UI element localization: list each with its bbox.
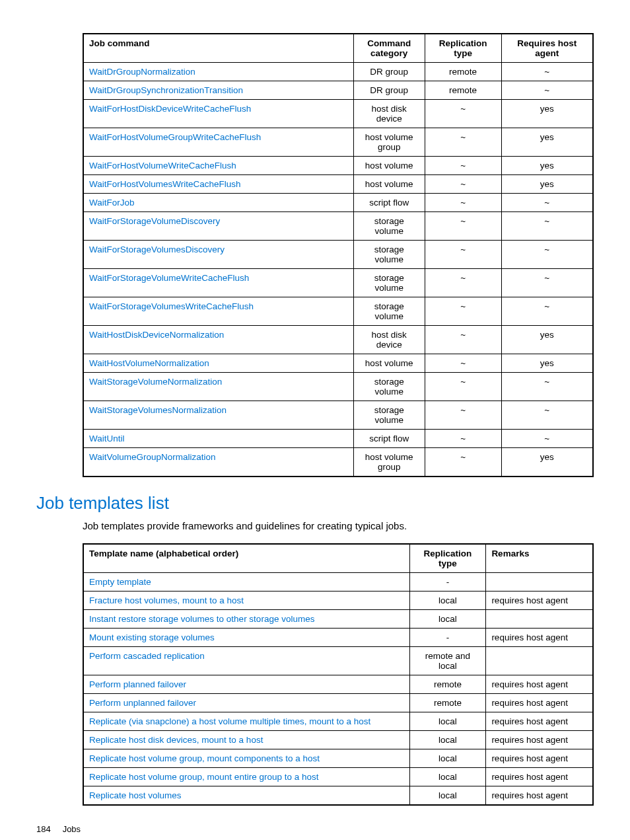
job-command-link[interactable]: WaitForStorageVolumesWriteCacheFlush xyxy=(89,301,254,311)
cell-command-category: DR group xyxy=(353,81,425,100)
job-command-link[interactable]: WaitForHostVolumesWriteCacheFlush xyxy=(89,179,241,189)
page-footer: 184 Jobs xyxy=(36,824,594,834)
table-row: Perform planned failoverremoterequires h… xyxy=(83,675,593,694)
cell-requires-host-agent: ~ xyxy=(501,430,593,448)
table-row: WaitStorageVolumesNormalizationstorage v… xyxy=(83,401,593,430)
table-row: WaitForHostVolumeGroupWriteCacheFlushhos… xyxy=(83,128,593,157)
cell-replication-type: ~ xyxy=(425,241,501,269)
cell-requires-host-agent: yes xyxy=(501,157,593,175)
template-link[interactable]: Perform cascaded replication xyxy=(89,651,205,661)
template-link[interactable]: Replicate (via snapclone) a host volume … xyxy=(89,716,370,726)
table-row: Replicate host volumeslocalrequires host… xyxy=(83,786,593,806)
table-row: WaitForJobscript flow~~ xyxy=(83,194,593,212)
job-command-link[interactable]: WaitVolumeGroupNormalization xyxy=(89,452,216,462)
cell-replication-type: local xyxy=(409,749,486,768)
job-command-link[interactable]: WaitForJob xyxy=(89,198,135,208)
cell-replication-type: local xyxy=(409,731,486,749)
col-header-command-category: Command category xyxy=(353,34,425,63)
table-row: WaitForStorageVolumeDiscoverystorage vol… xyxy=(83,212,593,241)
table-row: WaitHostVolumeNormalizationhost volume~y… xyxy=(83,354,593,373)
cell-command-category: host volume xyxy=(353,157,425,175)
cell-command-category: host disk device xyxy=(353,326,425,354)
cell-replication-type: - xyxy=(409,573,486,592)
cell-replication-type: ~ xyxy=(425,430,501,448)
job-command-link[interactable]: WaitStorageVolumeNormalization xyxy=(89,377,222,387)
job-command-link[interactable]: WaitForStorageVolumeWriteCacheFlush xyxy=(89,273,249,283)
table-row: WaitForHostVolumeWriteCacheFlushhost vol… xyxy=(83,157,593,175)
cell-replication-type: remote xyxy=(425,81,501,100)
table-row: WaitForHostVolumesWriteCacheFlushhost vo… xyxy=(83,175,593,194)
cell-requires-host-agent: ~ xyxy=(501,212,593,241)
job-command-link[interactable]: WaitUntil xyxy=(89,434,125,443)
cell-requires-host-agent: ~ xyxy=(501,401,593,430)
cell-replication-type: ~ xyxy=(425,297,501,326)
job-command-link[interactable]: WaitForHostVolumeWriteCacheFlush xyxy=(89,161,236,171)
table-row: WaitUntilscript flow~~ xyxy=(83,430,593,448)
job-command-link[interactable]: WaitForStorageVolumesDiscovery xyxy=(89,245,225,254)
template-link[interactable]: Instant restore storage volumes to other… xyxy=(89,614,314,624)
cell-remarks: requires host agent xyxy=(486,694,593,712)
table-row: WaitForHostDiskDeviceWriteCacheFlushhost… xyxy=(83,100,593,128)
template-link[interactable]: Perform unplanned failover xyxy=(89,698,196,708)
cell-replication-type: local xyxy=(409,610,486,629)
table-row: WaitForStorageVolumesDiscoverystorage vo… xyxy=(83,241,593,269)
cell-requires-host-agent: yes xyxy=(501,175,593,194)
template-link[interactable]: Replicate host volumes xyxy=(89,790,182,800)
job-command-link[interactable]: WaitHostVolumeNormalization xyxy=(89,358,209,368)
cell-replication-type: local xyxy=(409,768,486,786)
cell-remarks: requires host agent xyxy=(486,786,593,806)
cell-requires-host-agent: yes xyxy=(501,448,593,477)
job-command-link[interactable]: WaitHostDiskDeviceNormalization xyxy=(89,330,224,340)
job-command-link[interactable]: WaitDrGroupSynchronizationTransition xyxy=(89,85,243,95)
cell-command-category: host volume xyxy=(353,354,425,373)
job-templates-table: Template name (alphabetical order) Repli… xyxy=(83,543,594,806)
cell-replication-type: remote xyxy=(425,63,501,81)
col-header-job-command: Job command xyxy=(83,34,353,63)
cell-replication-type: local xyxy=(409,592,486,610)
cell-replication-type: local xyxy=(409,712,486,731)
template-link[interactable]: Empty template xyxy=(89,577,151,587)
cell-remarks: requires host agent xyxy=(486,629,593,647)
cell-replication-type: remote xyxy=(409,694,486,712)
cell-replication-type: - xyxy=(409,629,486,647)
cell-requires-host-agent: ~ xyxy=(501,194,593,212)
cell-replication-type: ~ xyxy=(425,100,501,128)
cell-requires-host-agent: ~ xyxy=(501,297,593,326)
table-row: Replicate host disk devices, mount to a … xyxy=(83,731,593,749)
cell-requires-host-agent: ~ xyxy=(501,269,593,297)
cell-command-category: host disk device xyxy=(353,100,425,128)
job-command-link[interactable]: WaitDrGroupNormalization xyxy=(89,67,195,77)
job-command-link[interactable]: WaitForHostVolumeGroupWriteCacheFlush xyxy=(89,132,261,142)
page-content: Job command Command category Replication… xyxy=(0,0,630,840)
cell-requires-host-agent: ~ xyxy=(501,81,593,100)
job-command-link[interactable]: WaitStorageVolumesNormalization xyxy=(89,405,227,415)
page-number: 184 xyxy=(36,824,60,834)
cell-replication-type: ~ xyxy=(425,373,501,401)
template-link[interactable]: Perform planned failover xyxy=(89,679,186,689)
job-command-table: Job command Command category Replication… xyxy=(83,33,594,477)
template-link[interactable]: Replicate host disk devices, mount to a … xyxy=(89,735,263,745)
job-command-link[interactable]: WaitForStorageVolumeDiscovery xyxy=(89,216,220,226)
table-row: Perform unplanned failoverremoterequires… xyxy=(83,694,593,712)
template-link[interactable]: Replicate host volume group, mount entir… xyxy=(89,772,318,782)
table-row: WaitForStorageVolumeWriteCacheFlushstora… xyxy=(83,269,593,297)
col-header-remarks: Remarks xyxy=(486,544,593,573)
footer-section-name: Jobs xyxy=(63,824,81,834)
template-link[interactable]: Fracture host volumes, mount to a host xyxy=(89,595,244,605)
cell-replication-type: local xyxy=(409,786,486,806)
cell-remarks: requires host agent xyxy=(486,749,593,768)
col-header-replication-type: Replication type xyxy=(409,544,486,573)
cell-replication-type: ~ xyxy=(425,354,501,373)
template-link[interactable]: Replicate host volume group, mount compo… xyxy=(89,753,320,763)
cell-command-category: storage volume xyxy=(353,297,425,326)
col-header-replication-type: Replication type xyxy=(425,34,501,63)
job-command-link[interactable]: WaitForHostDiskDeviceWriteCacheFlush xyxy=(89,104,251,114)
col-header-template-name: Template name (alphabetical order) xyxy=(83,544,409,573)
cell-command-category: storage volume xyxy=(353,373,425,401)
cell-replication-type: remote xyxy=(409,675,486,694)
table-row: Mount existing storage volumes-requires … xyxy=(83,629,593,647)
cell-requires-host-agent: ~ xyxy=(501,63,593,81)
table-row: WaitForStorageVolumesWriteCacheFlushstor… xyxy=(83,297,593,326)
cell-replication-type: remote and local xyxy=(409,647,486,675)
template-link[interactable]: Mount existing storage volumes xyxy=(89,632,215,642)
